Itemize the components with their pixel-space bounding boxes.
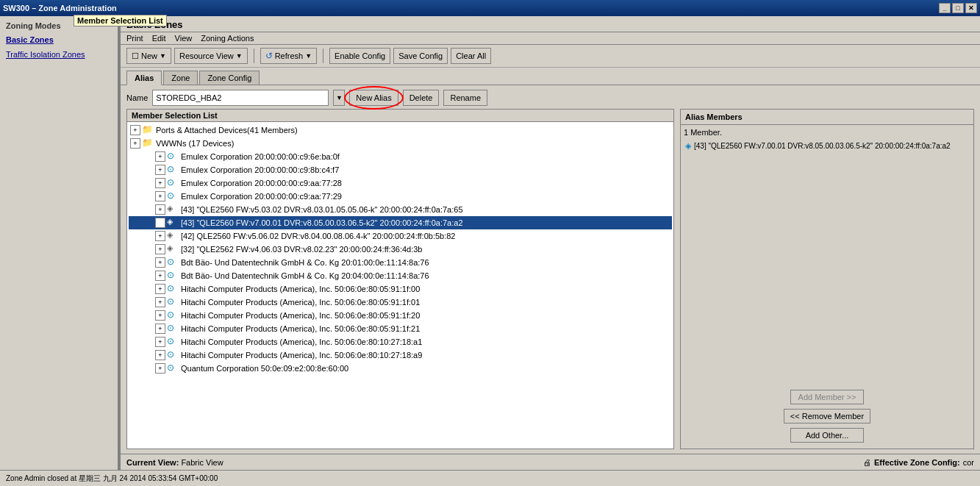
new-alias-button[interactable]: New Alias (349, 90, 398, 106)
sidebar: Zoning Modes Basic Zones Traffic Isolati… (0, 16, 119, 470)
hba-icon: ◈ (167, 230, 179, 242)
bottom-bar-text: Zone Admin closed at 星期三 九月 24 2014 05:3… (6, 474, 218, 484)
list-item[interactable]: + ⊙ Hitachi Computer Products (America),… (129, 282, 672, 296)
device-icon: ⊙ (167, 362, 179, 374)
name-input[interactable] (152, 90, 329, 106)
name-dropdown-button[interactable]: ▼ (333, 90, 345, 106)
list-item[interactable]: + 📁 Ports & Attached Devices(41 Members) (129, 124, 672, 137)
list-item[interactable]: + ⊙ Hitachi Computer Products (America),… (129, 349, 672, 362)
expand-icon[interactable]: + (155, 178, 165, 188)
expand-icon[interactable]: + (155, 257, 165, 268)
new-button[interactable]: ☐ New ▼ (126, 48, 171, 64)
maximize-button[interactable]: □ (952, 3, 964, 13)
device-icon: ⊙ (167, 336, 179, 348)
menu-zoning-actions[interactable]: Zoning Actions (201, 34, 254, 43)
member-panel-title: Member Selection List (132, 111, 218, 120)
device-icon: ⊙ (167, 310, 179, 321)
tab-zone[interactable]: Zone (163, 71, 198, 85)
add-member-button[interactable]: Add Member >> (790, 390, 864, 404)
expand-icon[interactable]: + (155, 363, 165, 374)
list-item[interactable]: + ⊙ Emulex Corporation 20:00:00:00:c9:aa… (129, 190, 672, 203)
expand-icon[interactable]: + (155, 204, 165, 215)
list-item[interactable]: + ◈ [43] "QLE2560 FW:v7.00.01 DVR:v8.05.… (129, 216, 672, 229)
minimize-button[interactable]: _ (939, 3, 951, 13)
list-item[interactable]: + ⊙ Bdt Bäo- Und Datentechnik GmbH & Co.… (129, 256, 672, 269)
member-panel-header: Member Selection List Member Selection L… (127, 110, 673, 122)
tab-content-alias: Name ▼ New Alias Delete Rename Member Se… (121, 85, 980, 454)
expand-icon[interactable]: + (155, 271, 165, 281)
hba-icon: ◈ (167, 204, 179, 215)
expand-icon[interactable]: + (130, 138, 140, 149)
effective-zone-label: Effective Zone Config: (874, 458, 960, 467)
menu-edit[interactable]: Edit (152, 34, 166, 43)
list-item[interactable]: + ⊙ Bdt Bäo- Und Datentechnik GmbH & Co.… (129, 269, 672, 282)
expand-icon[interactable]: + (155, 284, 165, 294)
expand-icon[interactable]: + (155, 165, 165, 175)
list-item[interactable]: + 📁 VWWNs (17 Devices) (129, 137, 672, 150)
refresh-button[interactable]: ↺ Refresh ▼ (260, 48, 317, 64)
alias-action-buttons: Add Member >> << Remove Member Add Other… (681, 384, 973, 449)
alias-member-icon: ◈ (685, 141, 691, 151)
remove-member-button[interactable]: << Remove Member (784, 409, 870, 424)
window-controls[interactable]: _ □ ✕ (939, 3, 977, 13)
expand-icon[interactable]: + (155, 324, 165, 334)
list-item[interactable]: + ⊙ Emulex Corporation 20:00:00:00:c9:6e… (129, 150, 672, 163)
title-bar: SW300 – Zone Administration _ □ ✕ (0, 0, 980, 16)
bottom-bar: Zone Admin closed at 星期三 九月 24 2014 05:3… (0, 470, 980, 486)
expand-icon[interactable]: + (155, 231, 165, 241)
list-item[interactable]: + ⊙ Quantum Corporation 50:0e:09:e2:00:8… (129, 362, 672, 375)
sidebar-item-basic-zones[interactable]: Basic Zones (0, 32, 118, 47)
folder-icon: 📁 (142, 137, 154, 149)
delete-button[interactable]: Delete (403, 90, 440, 106)
menu-view[interactable]: View (175, 34, 193, 43)
save-config-button[interactable]: Save Config (393, 48, 448, 64)
list-item[interactable]: + ◈ [42] QLE2560 FW:v5.06.02 DVR:v8.04.0… (129, 229, 672, 243)
list-item[interactable]: + ⊙ Hitachi Computer Products (America),… (129, 296, 672, 309)
member-selection-panel: Member Selection List Member Selection L… (126, 109, 674, 449)
new-dropdown-arrow[interactable]: ▼ (160, 52, 166, 60)
tab-alias[interactable]: Alias (126, 71, 162, 85)
expand-icon[interactable]: + (155, 310, 165, 321)
status-bar: Current View: Fabric View 🖨 Effective Zo… (121, 454, 980, 470)
resource-view-button[interactable]: Resource View ▼ (174, 48, 248, 64)
expand-icon[interactable]: + (155, 244, 165, 254)
device-icon: ⊙ (167, 164, 179, 176)
menu-print[interactable]: Print (126, 34, 143, 43)
expand-icon[interactable]: + (155, 218, 165, 228)
panels-row: Member Selection List Member Selection L… (126, 109, 974, 449)
resource-view-dropdown-arrow[interactable]: ▼ (236, 52, 243, 60)
list-item[interactable]: + ⊙ Hitachi Computer Products (America),… (129, 322, 672, 335)
list-item[interactable]: + ⊙ Hitachi Computer Products (America),… (129, 335, 672, 349)
expand-icon[interactable]: + (155, 191, 165, 201)
expand-icon[interactable]: + (155, 337, 165, 347)
list-item[interactable]: + ⊙ Emulex Corporation 20:00:00:00:c9:aa… (129, 176, 672, 190)
name-row: Name ▼ New Alias Delete Rename (126, 90, 974, 106)
list-item[interactable]: + ◈ [32] "QLE2562 FW:v4.06.03 DVR:v8.02.… (129, 243, 672, 256)
add-other-button[interactable]: Add Other... (790, 428, 864, 443)
main-layout: Zoning Modes Basic Zones Traffic Isolati… (0, 16, 980, 470)
expand-icon[interactable]: + (155, 151, 165, 162)
member-panel-body[interactable]: + 📁 Ports & Attached Devices(41 Members)… (127, 122, 673, 449)
list-item[interactable]: + ◈ [43] "QLE2560 FW:v5.03.02 DVR:v8.03.… (129, 203, 672, 216)
refresh-dropdown-arrow[interactable]: ▼ (305, 52, 312, 60)
effective-zone-section: 🖨 Effective Zone Config: cor (863, 458, 974, 467)
tab-zone-config[interactable]: Zone Config (199, 71, 260, 85)
expand-icon[interactable]: + (155, 297, 165, 307)
sidebar-item-traffic-isolation[interactable]: Traffic Isolation Zones (0, 47, 118, 62)
rename-button[interactable]: Rename (443, 90, 487, 106)
expand-icon[interactable]: + (155, 350, 165, 360)
list-item[interactable]: + ⊙ Emulex Corporation 20:00:00:00:c9:8b… (129, 163, 672, 176)
enable-config-button[interactable]: Enable Config (329, 48, 390, 64)
hba-icon: ◈ (167, 243, 179, 255)
toolbar-separator-1 (254, 49, 254, 63)
name-label: Name (126, 93, 148, 102)
device-icon: ⊙ (167, 270, 179, 282)
expand-icon[interactable]: + (130, 125, 140, 135)
device-icon: ⊙ (167, 283, 179, 295)
close-button[interactable]: ✕ (965, 3, 977, 13)
window-title: SW300 – Zone Administration (3, 4, 117, 12)
device-icon: ⊙ (167, 177, 179, 189)
clear-all-button[interactable]: Clear All (451, 48, 491, 64)
list-item[interactable]: + ⊙ Hitachi Computer Products (America),… (129, 309, 672, 322)
alias-panel-body: 1 Member. ◈ [43] "QLE2560 FW:v7.00.01 DV… (681, 125, 973, 384)
